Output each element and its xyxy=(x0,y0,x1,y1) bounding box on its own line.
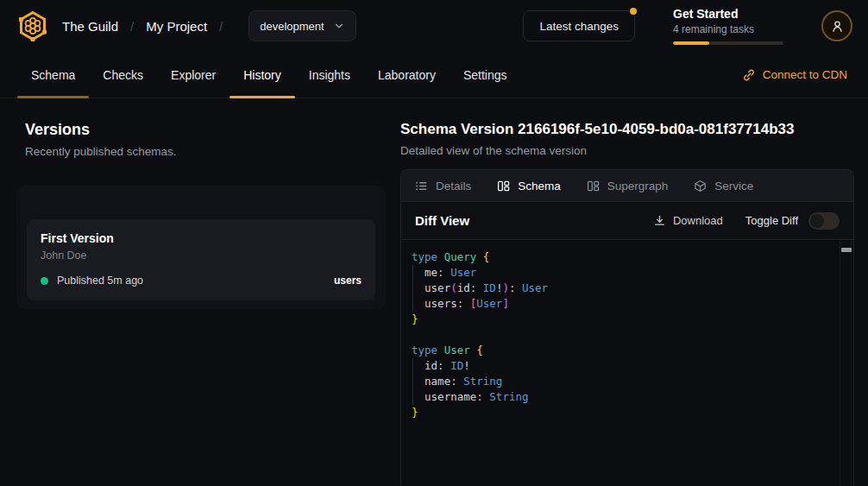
version-service-badge: users xyxy=(334,275,362,287)
versions-list-card: First Version John Doe Published 5m ago … xyxy=(16,186,386,309)
breadcrumb-org[interactable]: The Guild xyxy=(62,19,118,34)
diff-view-actions: Download Toggle Diff xyxy=(653,212,840,230)
cube-icon xyxy=(694,180,707,193)
get-started-widget[interactable]: Get Started 4 remaining tasks xyxy=(673,7,783,45)
nav-tab-checks[interactable]: Checks xyxy=(89,52,157,98)
detail-tab-label: Supergraph xyxy=(607,180,669,193)
versions-subtitle: Recently published schemas. xyxy=(25,145,386,158)
list-icon xyxy=(415,180,428,193)
version-author: John Doe xyxy=(41,249,362,262)
target-dropdown-value: development xyxy=(260,20,324,33)
nav-tab-schema[interactable]: Schema xyxy=(17,52,89,98)
nav-tab-label: Settings xyxy=(463,68,507,82)
toggle-diff-switch[interactable] xyxy=(808,212,840,230)
breadcrumb-separator: / xyxy=(130,19,134,34)
topbar-right: Latest changes Get Started 4 remaining t… xyxy=(523,7,852,45)
detail-tab-bar: Details Schema xyxy=(401,170,853,202)
nav-tab-insights[interactable]: Insights xyxy=(295,52,364,98)
target-dropdown[interactable]: development xyxy=(248,10,355,41)
nav-tab-label: Laboratory xyxy=(378,68,436,82)
versions-title: Versions xyxy=(25,121,386,139)
get-started-progress-track xyxy=(673,41,783,45)
nav-tab-label: Checks xyxy=(103,68,143,82)
breadcrumb-project[interactable]: My Project xyxy=(146,19,207,34)
breadcrumb-separator: / xyxy=(219,19,223,34)
nav-tab-laboratory[interactable]: Laboratory xyxy=(364,52,450,98)
schema-code-viewer[interactable]: type Query { me: User user(id: ID!): Use… xyxy=(401,240,853,485)
top-bar: The Guild / My Project / development Lat… xyxy=(0,0,868,52)
user-avatar[interactable] xyxy=(821,10,852,41)
version-detail-panel: Schema Version 2166196f-5e10-4059-bd0a-0… xyxy=(400,98,854,485)
detail-tab-service[interactable]: Service xyxy=(694,180,753,193)
chevron-down-icon xyxy=(333,20,345,32)
version-list-item[interactable]: First Version John Doe Published 5m ago … xyxy=(27,219,375,300)
nav-tab-label: Insights xyxy=(309,68,350,82)
nav-tab-label: Schema xyxy=(31,68,75,82)
published-status-dot xyxy=(41,277,48,285)
nav-tab-label: History xyxy=(243,68,281,82)
download-button[interactable]: Download xyxy=(653,214,723,227)
download-label: Download xyxy=(673,214,723,227)
version-meta-row: Published 5m ago users xyxy=(41,275,362,287)
detail-tab-label: Details xyxy=(436,180,471,193)
primary-nav: Schema Checks Explorer History Insights … xyxy=(0,52,868,98)
columns-icon xyxy=(587,180,600,193)
columns-icon xyxy=(497,180,510,193)
get-started-subtitle: 4 remaining tasks xyxy=(673,23,783,35)
latest-changes-label: Latest changes xyxy=(539,20,619,33)
download-icon xyxy=(653,214,666,227)
get-started-title: Get Started xyxy=(673,7,783,21)
diff-view-bar: Diff View Download Toggle Diff xyxy=(401,202,853,240)
latest-changes-button[interactable]: Latest changes xyxy=(523,10,635,41)
main-content: Versions Recently published schemas. Fir… xyxy=(0,98,868,485)
scrollbar-thumb[interactable] xyxy=(841,248,852,252)
notification-dot xyxy=(630,8,637,15)
versions-panel: Versions Recently published schemas. Fir… xyxy=(0,98,400,485)
detail-tab-details[interactable]: Details xyxy=(415,180,471,193)
nav-tab-explorer[interactable]: Explorer xyxy=(157,52,230,98)
version-detail-subtitle: Detailed view of the schema version xyxy=(400,144,854,157)
diff-view-title: Diff View xyxy=(415,213,469,228)
version-name: First Version xyxy=(41,231,362,245)
nav-tab-settings[interactable]: Settings xyxy=(450,52,521,98)
code-editor: type Query { me: User user(id: ID!): Use… xyxy=(412,249,836,420)
connect-to-cdn-label: Connect to CDN xyxy=(763,68,847,81)
nav-tab-label: Explorer xyxy=(171,68,216,82)
connect-to-cdn-link[interactable]: Connect to CDN xyxy=(742,52,847,98)
version-status: Published 5m ago xyxy=(57,275,143,287)
toggle-diff-label: Toggle Diff xyxy=(745,214,798,227)
link-icon xyxy=(742,68,756,82)
detail-tab-label: Schema xyxy=(518,180,561,193)
detail-tab-schema[interactable]: Schema xyxy=(497,180,561,193)
toggle-knob xyxy=(810,214,824,228)
version-detail-title: Schema Version 2166196f-5e10-4059-bd0a-0… xyxy=(400,121,854,138)
version-detail-box: Details Schema xyxy=(400,169,854,485)
code-scrollbar[interactable] xyxy=(840,240,852,485)
detail-tab-label: Service xyxy=(714,180,753,193)
detail-tab-supergraph[interactable]: Supergraph xyxy=(587,180,669,193)
hive-logo-icon[interactable] xyxy=(16,9,50,43)
person-icon xyxy=(830,19,845,34)
get-started-progress-fill xyxy=(673,41,709,45)
nav-tab-history[interactable]: History xyxy=(230,52,295,98)
toggle-diff-control: Toggle Diff xyxy=(745,212,840,230)
